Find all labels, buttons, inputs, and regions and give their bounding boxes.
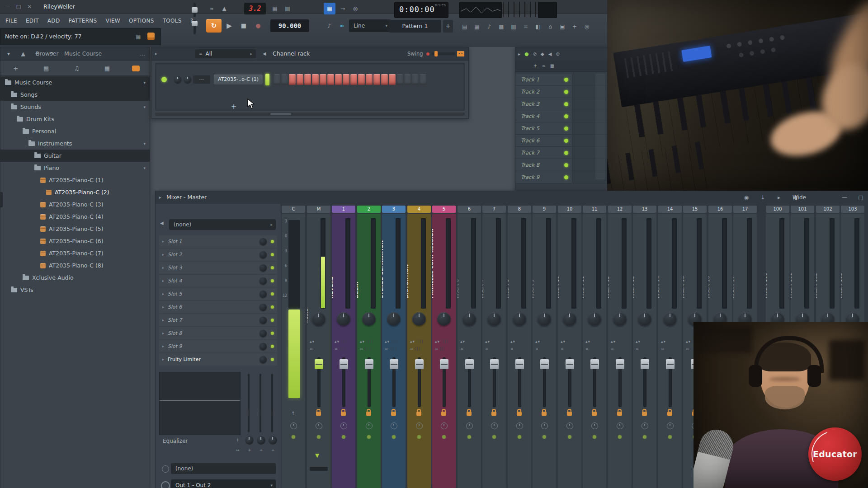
- mix-level-knob[interactable]: [259, 330, 267, 337]
- fader-handle[interactable]: [566, 359, 574, 369]
- track-enable-led[interactable]: [564, 163, 568, 167]
- mini-slider-handle[interactable]: [440, 347, 447, 351]
- mixer-slot-2[interactable]: ▸Slot 2: [159, 249, 277, 261]
- slider-handle[interactable]: [192, 7, 198, 13]
- step-cell-8[interactable]: [327, 74, 334, 85]
- strip-enable-led[interactable]: [317, 435, 321, 439]
- volume-fader[interactable]: [618, 357, 622, 407]
- record-here-icon[interactable]: ●: [524, 51, 529, 57]
- fader-handle[interactable]: [440, 359, 448, 369]
- fader-handle[interactable]: [268, 410, 276, 416]
- strip-enable-led[interactable]: [518, 435, 521, 439]
- pan-knob[interactable]: [538, 312, 551, 326]
- step-cell-2[interactable]: [281, 74, 288, 85]
- fader-handle[interactable]: [616, 359, 624, 369]
- mixer-strip-11[interactable]: 11Insert 11▲▼◂▸: [583, 206, 606, 488]
- speaker-icon[interactable]: ◀: [263, 47, 266, 60]
- mini-slider-handle[interactable]: [668, 339, 674, 343]
- slot-enable-led[interactable]: [271, 266, 274, 269]
- pan-knob[interactable]: [362, 312, 376, 326]
- plugin-picker-icon[interactable]: ◧: [533, 21, 543, 33]
- mini-slider-handle[interactable]: [316, 339, 323, 343]
- slot-enable-led[interactable]: [271, 253, 274, 256]
- mini-slider-handle[interactable]: [567, 339, 574, 343]
- step-cell-10[interactable]: [343, 74, 349, 85]
- mini-slider-handle[interactable]: [541, 347, 547, 351]
- mixer-strip-number[interactable]: 8: [508, 206, 531, 213]
- window-menu-icon[interactable]: ▸: [156, 195, 165, 200]
- magnet-icon[interactable]: ◆: [541, 52, 544, 56]
- step-sequencer-icon[interactable]: ▦: [472, 21, 482, 33]
- pan-knob[interactable]: [513, 312, 526, 326]
- strip-enable-led[interactable]: [568, 435, 571, 439]
- pan-knob[interactable]: [462, 312, 476, 326]
- mini-slider-handle[interactable]: [516, 347, 522, 351]
- mini-slider-handle[interactable]: [390, 347, 396, 351]
- pan-knob[interactable]: [487, 312, 501, 326]
- piano-roll-icon[interactable]: ♪: [484, 21, 495, 33]
- mix-level-knob[interactable]: [259, 264, 267, 272]
- detach-icon[interactable]: ◉: [741, 192, 752, 203]
- mini-slider-handle[interactable]: [642, 339, 649, 343]
- mini-slider-handle[interactable]: [517, 339, 524, 343]
- mixer-slot-3[interactable]: ▸Slot 3: [159, 262, 277, 274]
- preview-sound-icon[interactable]: ♫: [71, 62, 82, 74]
- mixer-slot-6[interactable]: ▸Slot 6: [159, 301, 277, 313]
- eq-freq-knob[interactable]: [257, 436, 265, 445]
- step-cell-14[interactable]: [373, 74, 380, 85]
- pan-knob[interactable]: [412, 312, 426, 326]
- browser-item-personal[interactable]: Personal: [0, 125, 150, 137]
- mixer-strip-number[interactable]: 7: [482, 206, 506, 213]
- mixer-strip-number[interactable]: 5: [432, 206, 456, 213]
- track-enable-led[interactable]: [564, 102, 568, 106]
- slot-enable-led[interactable]: [271, 319, 274, 322]
- channel-enable-led[interactable]: [161, 77, 167, 82]
- step-cell-20[interactable]: [420, 74, 426, 85]
- volume-fader[interactable]: [468, 357, 471, 407]
- mini-slider-handle[interactable]: [666, 347, 673, 351]
- mix-level-knob[interactable]: [259, 317, 267, 324]
- step-cell-15[interactable]: [381, 74, 388, 85]
- record-arm-lock-icon[interactable]: [491, 412, 496, 416]
- slot-enable-led[interactable]: [271, 345, 274, 348]
- track-enable-led[interactable]: [564, 78, 568, 82]
- swing-reset-dot[interactable]: [426, 52, 429, 56]
- browser-item-at2035-piano-c-6[interactable]: AT2035-Piano-C (6): [0, 235, 150, 247]
- mixer-strip-number[interactable]: 2: [357, 206, 381, 213]
- fader-handle[interactable]: [390, 359, 398, 369]
- slider-handle[interactable]: [192, 21, 198, 26]
- fader-handle[interactable]: [465, 359, 474, 369]
- mix-level-knob[interactable]: [259, 304, 267, 311]
- pan-knob[interactable]: [663, 312, 677, 326]
- mini-slider-handle[interactable]: [492, 339, 498, 343]
- mini-slider-handle[interactable]: [542, 339, 548, 343]
- fader-handle[interactable]: [256, 410, 264, 416]
- fader-handle[interactable]: [415, 359, 424, 369]
- strip-enable-led[interactable]: [442, 435, 446, 439]
- strip-enable-led[interactable]: [643, 435, 646, 439]
- mixer-strip-10[interactable]: 10Insert 10▲▼◂▸: [558, 206, 581, 488]
- pan-knob[interactable]: [588, 312, 601, 326]
- browser-item-at2035-piano-c-3[interactable]: AT2035-Piano-C (3): [0, 198, 150, 211]
- mini-slider-handle[interactable]: [415, 347, 422, 351]
- mini-slider-handle[interactable]: [618, 339, 624, 343]
- eq-freq-knob[interactable]: [269, 436, 277, 445]
- pan-knob[interactable]: [337, 312, 350, 326]
- slot-enable-led[interactable]: [271, 292, 274, 296]
- strip-enable-led[interactable]: [417, 435, 421, 439]
- mixer-strip-4[interactable]: 4DISTORTION▲▼◂▸: [407, 206, 431, 488]
- mixer-strip-number[interactable]: 4: [407, 206, 431, 213]
- slot-enable-led[interactable]: [271, 240, 274, 243]
- step-cell-13[interactable]: [366, 74, 373, 85]
- browser-item-at2035-piano-c-4[interactable]: AT2035-Piano-C (4): [0, 211, 150, 223]
- fader-handle[interactable]: [245, 410, 253, 416]
- mixer-strip-number[interactable]: 12: [608, 206, 632, 213]
- pan-knob[interactable]: [563, 312, 576, 326]
- pan-knob[interactable]: [437, 312, 451, 326]
- mini-slider-handle[interactable]: [616, 347, 623, 351]
- channel-select-led[interactable]: [265, 74, 269, 85]
- overdub-icon[interactable]: ▥: [282, 3, 293, 14]
- volume-fader[interactable]: [568, 357, 571, 407]
- step-cell-16[interactable]: [389, 74, 396, 85]
- strip-enable-led[interactable]: [292, 435, 295, 439]
